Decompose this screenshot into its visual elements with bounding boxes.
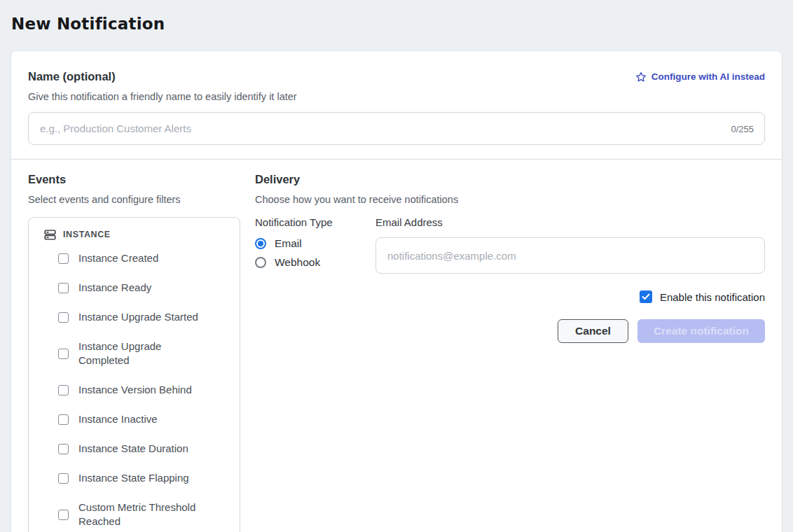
instance-group-header: INSTANCE xyxy=(37,227,231,241)
check-icon xyxy=(642,293,650,300)
event-item-label: Instance Ready xyxy=(78,281,151,295)
event-item-label: Custom Metric Threshold Reached xyxy=(78,500,212,528)
event-item[interactable]: Instance Upgrade Started xyxy=(58,310,231,324)
event-checkbox[interactable] xyxy=(58,385,69,396)
name-input[interactable] xyxy=(28,112,765,145)
event-item-label: Instance Created xyxy=(78,251,158,265)
enable-notification-label: Enable this notification xyxy=(660,291,765,303)
event-item-label: Instance State Duration xyxy=(78,442,188,456)
page-title: New Notification xyxy=(0,0,793,33)
event-checkbox[interactable] xyxy=(58,473,69,484)
event-item[interactable]: Instance Inactive xyxy=(58,412,231,426)
event-item-label: Instance Upgrade Started xyxy=(78,310,198,324)
cancel-button[interactable]: Cancel xyxy=(558,319,628,343)
event-item[interactable]: Custom Metric Threshold Reached xyxy=(58,500,231,528)
star-icon xyxy=(635,71,647,83)
instance-group-label: INSTANCE xyxy=(63,230,111,239)
event-item[interactable]: Instance Upgrade Completed xyxy=(58,340,231,368)
email-radio[interactable] xyxy=(255,238,266,249)
create-notification-button[interactable]: Create notification xyxy=(637,319,765,343)
event-item[interactable]: Instance State Flapping xyxy=(58,471,231,485)
enable-notification-row[interactable]: Enable this notification xyxy=(255,290,765,303)
delivery-column: Delivery Choose how you want to receive … xyxy=(255,173,765,532)
email-input[interactable] xyxy=(375,237,765,274)
event-item-label: Instance State Flapping xyxy=(78,471,189,485)
delivery-heading: Delivery xyxy=(255,173,765,186)
ai-link-label: Configure with AI instead xyxy=(651,71,765,82)
new-notification-card: Name (optional) Configure with AI instea… xyxy=(11,51,782,532)
event-checkbox[interactable] xyxy=(58,414,69,425)
configure-with-ai-link[interactable]: Configure with AI instead xyxy=(635,71,765,83)
name-header-row: Name (optional) Configure with AI instea… xyxy=(28,70,765,83)
notification-type-col: Notification Type Email Webhook xyxy=(255,216,375,275)
event-item[interactable]: Instance State Duration xyxy=(58,442,231,456)
events-column: Events Select events and configure filte… xyxy=(28,173,240,532)
events-heading: Events xyxy=(28,173,240,186)
event-item-label: Instance Version Behind xyxy=(78,383,192,397)
webhook-radio-row[interactable]: Webhook xyxy=(255,256,375,269)
event-item-label: Instance Inactive xyxy=(78,412,158,426)
event-checkbox[interactable] xyxy=(58,510,69,520)
email-address-col: Email Address xyxy=(375,216,765,275)
char-counter: 0/255 xyxy=(731,123,754,134)
delivery-subtext: Choose how you want to receive notificat… xyxy=(255,194,765,205)
events-box: INSTANCE Instance Created Instance Ready… xyxy=(28,217,240,532)
webhook-radio-label: Webhook xyxy=(275,256,320,269)
event-item-label: Instance Upgrade Completed xyxy=(78,340,212,368)
event-checkbox[interactable] xyxy=(58,283,69,293)
event-item[interactable]: Instance Ready xyxy=(58,281,231,295)
notification-type-label: Notification Type xyxy=(255,216,375,228)
event-checkbox[interactable] xyxy=(58,349,69,359)
name-section-heading: Name (optional) xyxy=(28,70,116,83)
delivery-grid: Notification Type Email Webhook Email Ad… xyxy=(255,216,765,275)
event-item[interactable]: Instance Created xyxy=(58,251,231,265)
instance-event-list: Instance Created Instance Ready Instance… xyxy=(37,251,231,528)
email-radio-row[interactable]: Email xyxy=(255,237,375,250)
webhook-radio[interactable] xyxy=(255,257,266,268)
columns: Events Select events and configure filte… xyxy=(28,160,765,532)
event-item[interactable]: Instance Version Behind xyxy=(58,383,231,397)
enable-notification-checkbox[interactable] xyxy=(640,290,652,303)
buttons-row: Cancel Create notification xyxy=(255,319,765,343)
event-checkbox[interactable] xyxy=(58,312,69,323)
email-address-label: Email Address xyxy=(375,216,765,228)
event-checkbox[interactable] xyxy=(58,253,69,264)
server-icon xyxy=(44,229,56,241)
name-section-subtext: Give this notification a friendly name t… xyxy=(28,91,765,102)
event-checkbox[interactable] xyxy=(58,444,69,454)
name-input-wrap: 0/255 xyxy=(28,112,765,145)
email-radio-label: Email xyxy=(275,237,302,250)
events-subtext: Select events and configure filters xyxy=(28,194,240,205)
